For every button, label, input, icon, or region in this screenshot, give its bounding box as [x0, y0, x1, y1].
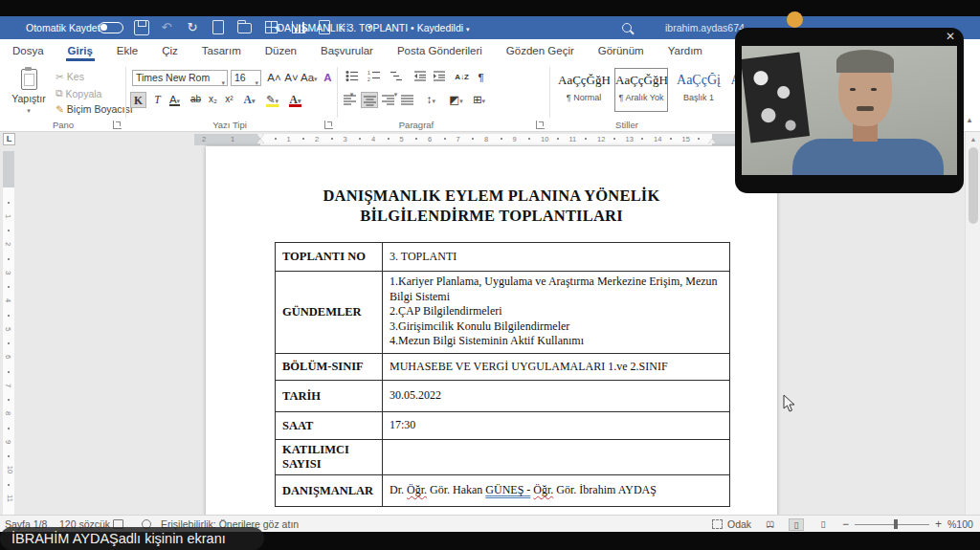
zoom-level[interactable]: %100: [947, 516, 973, 533]
paragraph-dialog-launcher[interactable]: [536, 121, 545, 129]
style-card--normal[interactable]: AaÇçĞğHı¶ Normal: [557, 68, 611, 112]
menu-tab-giriş[interactable]: Giriş: [66, 41, 95, 62]
person-mustache: [857, 106, 874, 111]
zoom-slider-thumb[interactable]: [894, 519, 898, 529]
align-right-button[interactable]: [380, 92, 397, 108]
zoom-slider-track[interactable]: [855, 524, 929, 525]
ruler-number: 4: [371, 135, 375, 144]
subscript-button[interactable]: x₂: [205, 92, 221, 108]
highlight-color-button[interactable]: ✎▾: [264, 92, 280, 108]
style-card--aralık-yok[interactable]: AaÇçĞğHı¶ Aralık Yok: [614, 68, 668, 112]
horizontal-ruler[interactable]: 211234567891011121314151: [194, 134, 777, 145]
grow-font-button[interactable]: A˄: [266, 70, 282, 86]
focus-mode-icon[interactable]: [712, 519, 723, 529]
scrollbar-thumb[interactable]: [969, 147, 978, 224]
align-left-button[interactable]: [342, 92, 359, 108]
menu-tab-görünüm[interactable]: Görünüm: [596, 41, 646, 62]
hanging-indent-marker[interactable]: [256, 139, 264, 143]
ruler-number: 3: [344, 135, 347, 144]
copy-button[interactable]: ⧉Kopyala: [56, 87, 101, 99]
webcam-video: [742, 46, 957, 175]
webcam-overlay[interactable]: ✕: [735, 28, 964, 193]
sort-button[interactable]: A↓Z: [454, 70, 470, 86]
table-row: TARİH30.05.2022: [276, 381, 730, 412]
shading-button[interactable]: ◩▾: [448, 92, 464, 108]
menu-tab-ekle[interactable]: Ekle: [115, 41, 140, 62]
vertical-scrollbar[interactable]: ▲ ▼: [965, 132, 980, 532]
menu-tab-düzen[interactable]: Düzen: [263, 41, 299, 62]
document-page[interactable]: DANIŞMANLIK EYLEM PLANINA YÖNELİK BİLGİL…: [206, 146, 777, 532]
ruler-number: 1: [287, 135, 291, 144]
scroll-up-icon[interactable]: ▲: [966, 133, 980, 145]
numbered-list-button[interactable]: 12▾: [366, 70, 382, 86]
ruler-tab-selector[interactable]: L: [3, 133, 15, 145]
collapse-ribbon-icon[interactable]: ▴: [963, 115, 976, 126]
menu-tab-çiz[interactable]: Çiz: [160, 41, 180, 62]
menu-tab-yardım[interactable]: Yardım: [666, 41, 704, 62]
italic-button[interactable]: T: [149, 92, 166, 108]
mouse-cursor: [783, 394, 796, 413]
table-row: KATILIMCI SAYISI: [276, 440, 730, 475]
read-mode-icon[interactable]: 🕮: [763, 518, 778, 531]
menu-tab-başvurular[interactable]: Başvurular: [319, 41, 375, 62]
format-painter-button[interactable]: ✎Biçim Boyacısı: [56, 103, 133, 115]
change-case-button[interactable]: Aa▾: [301, 70, 317, 86]
webcam-close-icon[interactable]: ✕: [946, 30, 955, 44]
row-label: DANIŞMANLAR: [276, 475, 383, 507]
cut-button[interactable]: ✂Kes: [56, 71, 84, 82]
menu-tab-gözden-geçir[interactable]: Gözden Geçir: [504, 41, 576, 62]
row-value: 17:30: [383, 412, 730, 440]
zoom-out-button[interactable]: −: [842, 516, 849, 533]
row-label: TARİH: [276, 381, 383, 412]
title-dropdown-icon[interactable]: ▾: [466, 26, 470, 33]
zoom-in-button[interactable]: +: [935, 516, 942, 533]
focus-mode-label[interactable]: Odak: [727, 516, 751, 533]
paste-button[interactable]: Yapıştır ▾: [8, 69, 50, 115]
style-card-başlık-1[interactable]: AaÇçĞįBaşlık 1: [672, 68, 725, 112]
font-size-select[interactable]: 16▾: [231, 70, 261, 86]
show-marks-button[interactable]: ¶: [473, 70, 489, 86]
decrease-indent-button[interactable]: [412, 70, 428, 86]
vertical-ruler[interactable]: 1234567891011: [3, 151, 14, 532]
superscript-button[interactable]: x²: [221, 92, 237, 108]
line-spacing-button[interactable]: ↕▾: [423, 92, 439, 108]
web-layout-icon[interactable]: ▯: [815, 518, 831, 531]
bold-button[interactable]: K: [130, 92, 146, 108]
copy-icon: ⧉: [56, 87, 63, 99]
ruler-number: 6: [428, 135, 432, 144]
paragraph-group-label: Paragraf: [383, 120, 450, 130]
row-value: 3. TOPLANTI: [383, 243, 730, 272]
justify-button[interactable]: [399, 92, 416, 108]
account-name[interactable]: ibrahim.aydas674: [665, 16, 745, 39]
align-center-button[interactable]: [361, 92, 378, 108]
ruler-number: 3: [3, 270, 12, 274]
clear-formatting-button[interactable]: A: [320, 70, 336, 86]
underline-button[interactable]: A▾: [167, 92, 183, 108]
search-icon[interactable]: [622, 23, 632, 33]
increase-indent-button[interactable]: [431, 70, 447, 86]
print-layout-icon[interactable]: ▯: [789, 518, 804, 531]
strikethrough-button[interactable]: ab: [188, 92, 204, 108]
font-color-button[interactable]: A▾: [287, 92, 303, 108]
clipboard-dialog-launcher[interactable]: [113, 121, 122, 129]
text-effects-button[interactable]: A▾: [241, 92, 257, 108]
paste-dropdown-icon[interactable]: ▾: [27, 107, 31, 115]
presenter-name-pill: İBRAHİM AYDAŞadlı kişinin ekranı: [0, 527, 264, 550]
font-name-select[interactable]: Times New Rom▾: [132, 70, 228, 86]
font-group-label: Yazı Tipi: [191, 120, 268, 130]
font-dialog-launcher[interactable]: [324, 121, 333, 129]
menu-tab-dosya[interactable]: Dosya: [11, 41, 46, 62]
shrink-font-button[interactable]: A˅: [283, 70, 300, 86]
bullet-list-button[interactable]: ▾: [344, 70, 360, 86]
menu-tab-posta-gönderileri[interactable]: Posta Gönderileri: [395, 41, 484, 62]
right-indent-marker[interactable]: [708, 139, 716, 143]
font-color-bar: [289, 104, 301, 107]
borders-button[interactable]: ⊞▾: [471, 92, 487, 108]
ruler-number: 2: [315, 135, 319, 144]
ruler-number: 7: [457, 135, 460, 144]
account-avatar[interactable]: [787, 11, 803, 28]
multilevel-list-button[interactable]: ▾: [388, 70, 404, 86]
menu-tab-tasarım[interactable]: Tasarım: [200, 41, 243, 62]
ruler-number: 9: [3, 439, 12, 443]
row-label: BÖLÜM-SINIF: [276, 354, 383, 381]
